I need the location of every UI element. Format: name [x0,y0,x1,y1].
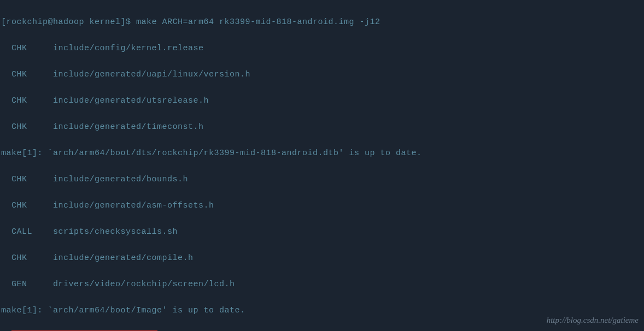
terminal-line: CHK include/generated/compile.h [1,252,643,265]
terminal-line: GEN drivers/video/rockchip/screen/lcd.h [1,278,643,291]
terminal-line: CHK include/generated/utsrelease.h [1,94,643,108]
terminal-line: CALL scripts/checksyscalls.sh [1,226,643,239]
terminal-line: CHK include/generated/uapi/linux/version… [1,68,643,81]
terminal-line: CHK include/generated/timeconst.h [1,121,643,134]
terminal-line: [rockchip@hadoop kernel]$ make ARCH=arm6… [1,16,643,29]
terminal-output[interactable]: [rockchip@hadoop kernel]$ make ARCH=arm6… [1,3,643,331]
watermark-text: http://blog.csdn.net/gatieme [547,314,639,327]
terminal-line: CHK include/generated/asm-offsets.h [1,199,643,212]
terminal-line: make[1]: `arch/arm64/boot/dts/rockchip/r… [1,147,643,160]
terminal-line: CHK include/config/kernel.release [1,42,643,55]
terminal-line: CHK include/generated/bounds.h [1,173,643,186]
